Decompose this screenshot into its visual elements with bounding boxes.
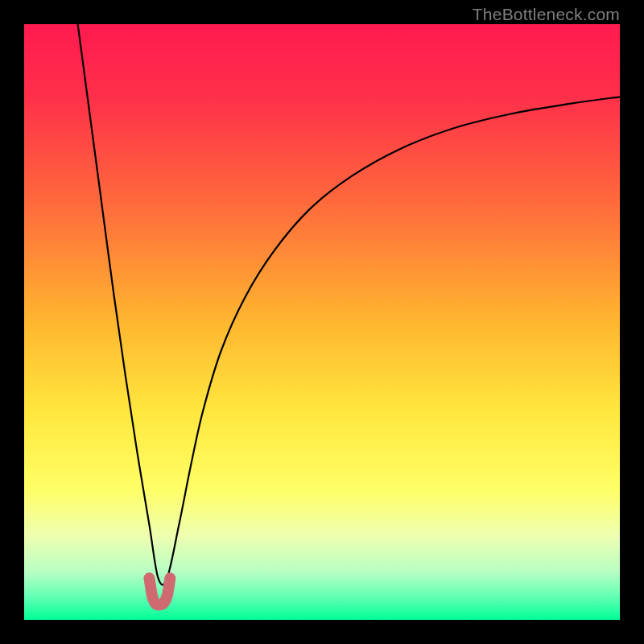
bottleneck-curve	[78, 24, 620, 585]
chart-svg	[24, 24, 620, 620]
plot-area	[24, 24, 620, 620]
watermark-label: TheBottleneck.com	[473, 5, 620, 24]
chart-frame: TheBottleneck.com	[0, 0, 644, 644]
